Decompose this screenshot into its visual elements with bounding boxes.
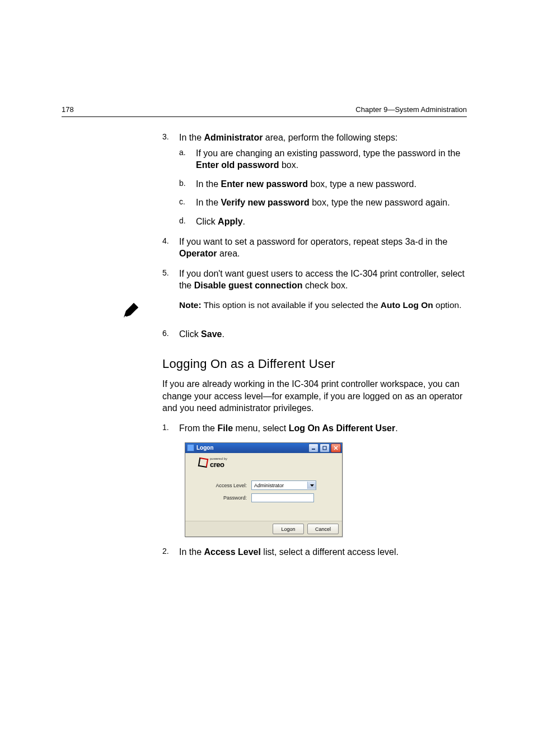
header-rule [62, 116, 467, 117]
pen-icon [120, 301, 140, 321]
dialog-title: Logon [196, 444, 308, 452]
chapter-title: Chapter 9—System Administration [355, 105, 467, 114]
creo-mark-icon [198, 458, 209, 468]
svg-marker-4 [310, 484, 314, 487]
password-input[interactable] [251, 493, 314, 502]
brand-row: powered by creo [185, 453, 342, 471]
step-3-num: 3. [162, 132, 169, 142]
titlebar[interactable]: Logon [185, 443, 342, 453]
chevron-down-icon[interactable] [307, 482, 316, 489]
section-intro: If you are already working in the IC-304… [162, 378, 467, 414]
logon-dialog: Logon [185, 442, 343, 538]
logon-button[interactable]: Logon [273, 524, 304, 534]
app-icon [187, 444, 194, 451]
page-number: 178 [62, 105, 74, 114]
svg-rect-0 [312, 449, 315, 450]
access-level-label: Access Level: [195, 482, 251, 489]
step-3a: a. If you are changing an existing passw… [179, 147, 467, 171]
step-3-text: In the Administrator area, perform the f… [179, 133, 397, 142]
maximize-icon [322, 446, 327, 450]
step-3: 3. In the Administrator area, perform th… [162, 132, 467, 228]
access-level-value: Administrator [254, 482, 284, 489]
minimize-icon [311, 446, 316, 450]
svg-rect-1 [323, 446, 326, 450]
password-label: Password: [195, 494, 251, 501]
minimize-button[interactable] [308, 444, 318, 452]
access-level-select[interactable]: Administrator [251, 480, 316, 490]
section-heading: Logging On as a Different User [162, 356, 467, 372]
bstep-1: 1. From the File menu, select Log On As … [162, 422, 467, 435]
step-3d: d. Click Apply. [179, 216, 467, 228]
close-icon [334, 446, 338, 450]
bstep-2: 2. In the Access Level list, select a di… [162, 546, 467, 558]
note: Note: This option is not available if yo… [162, 300, 467, 311]
cancel-button[interactable]: Cancel [307, 524, 339, 534]
step-5: 5. If you don't want guest users to acce… [162, 268, 467, 292]
step-3b: b. In the Enter new password box, type a… [179, 178, 467, 190]
close-button[interactable] [331, 444, 341, 452]
step-4: 4. If you want to set a password for ope… [162, 236, 467, 260]
maximize-button[interactable] [320, 444, 330, 452]
step-6: 6. Click Save. [162, 328, 467, 340]
brand-text: creo [210, 460, 224, 469]
step-3c: c. In the Verify new password box, type … [179, 197, 467, 209]
